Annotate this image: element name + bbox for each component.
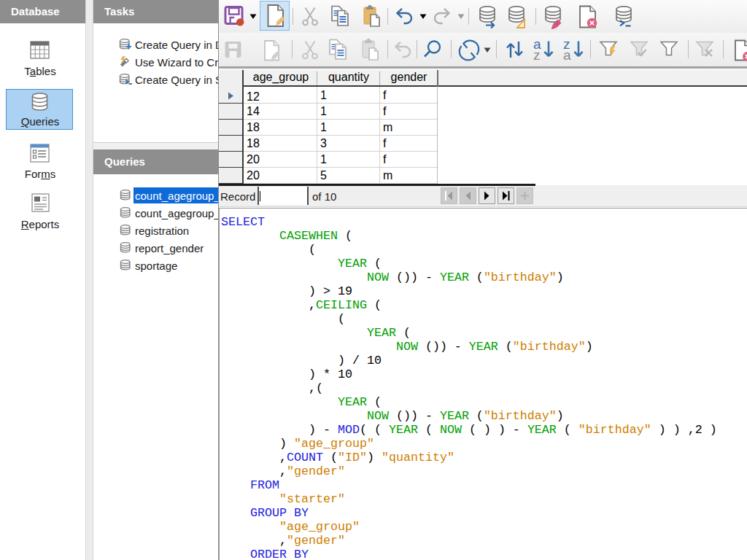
svg-text:z: z: [533, 47, 541, 61]
svg-text:a: a: [563, 47, 571, 61]
